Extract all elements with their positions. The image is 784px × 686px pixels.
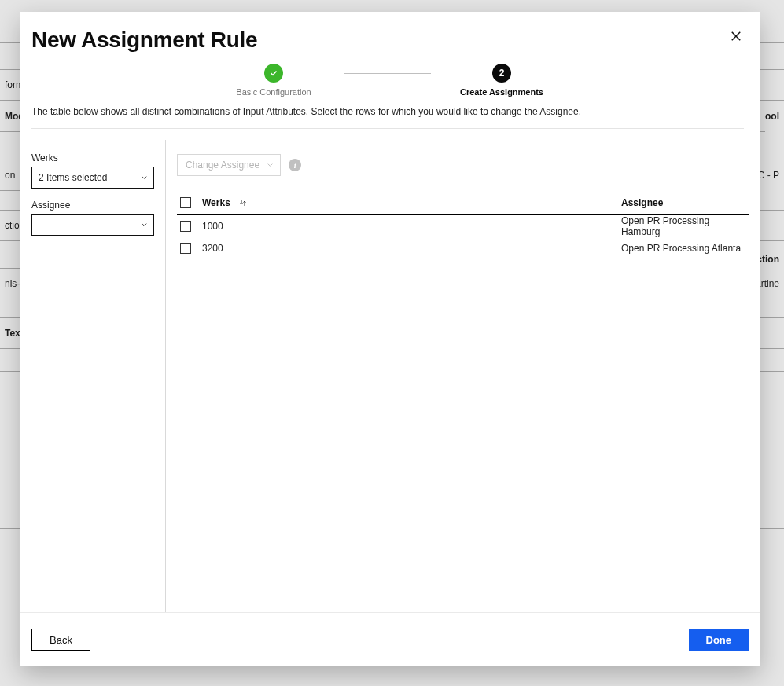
header-assignee[interactable]: Assignee	[613, 197, 749, 208]
close-icon	[729, 29, 743, 43]
table-row[interactable]: 1000 Open PR Processing Hamburg	[177, 215, 749, 237]
werks-select-value: 2 Items selected	[39, 172, 107, 183]
header-werks-label: Werks	[202, 197, 230, 208]
step-basic-configuration[interactable]: Basic Configuration	[203, 64, 344, 97]
change-assignee-button[interactable]: Change Assignee	[177, 154, 281, 176]
row-checkbox[interactable]	[180, 221, 191, 232]
table-header: Werks Assignee	[177, 192, 749, 215]
modal-new-assignment-rule: New Assignment Rule Basic Configuration …	[20, 12, 760, 666]
check-icon	[269, 68, 278, 78]
stepper: Basic Configuration 2 Create Assignments	[31, 64, 744, 97]
back-button[interactable]: Back	[31, 629, 90, 651]
modal-description: The table below shows all distinct combi…	[31, 106, 744, 129]
step-current-icon: 2	[492, 64, 511, 83]
assignments-table: Werks Assignee 1000 Open PR Processing H	[177, 192, 749, 612]
cell-assignee-value: Open PR Processing Atlanta	[621, 243, 741, 254]
main-panel: Change Assignee i Werks	[166, 140, 760, 612]
step-number: 2	[499, 68, 505, 79]
step-create-assignments[interactable]: 2 Create Assignments	[431, 64, 572, 97]
step-label: Basic Configuration	[236, 87, 311, 97]
modal-footer: Back Done	[20, 612, 760, 666]
assignee-select[interactable]	[31, 214, 154, 236]
cell-assignee: Open PR Processing Hamburg	[613, 215, 749, 237]
table-row[interactable]: 3200 Open PR Processing Atlanta	[177, 237, 749, 259]
chevron-down-icon	[266, 161, 274, 170]
cell-assignee: Open PR Processing Atlanta	[613, 243, 749, 254]
back-button-label: Back	[50, 634, 72, 646]
cell-assignee-value: Open PR Processing Hamburg	[621, 215, 709, 237]
cell-werks-value: 1000	[202, 221, 223, 232]
header-werks[interactable]: Werks	[199, 197, 613, 208]
modal-header: New Assignment Rule Basic Configuration …	[20, 12, 760, 140]
werks-label: Werks	[31, 152, 154, 163]
done-button-label: Done	[706, 634, 732, 646]
chevron-down-icon	[140, 174, 149, 182]
assignee-label: Assignee	[31, 200, 154, 211]
header-assignee-label: Assignee	[621, 197, 663, 208]
modal-title: New Assignment Rule	[31, 28, 744, 53]
step-connector	[344, 73, 431, 74]
change-assignee-label: Change Assignee	[186, 160, 259, 171]
step-label: Create Assignments	[460, 87, 543, 97]
modal-body: Werks 2 Items selected Assignee Change A…	[20, 140, 760, 612]
row-checkbox[interactable]	[180, 243, 191, 254]
done-button[interactable]: Done	[689, 629, 749, 651]
filter-sidebar: Werks 2 Items selected Assignee	[20, 140, 166, 612]
info-icon[interactable]: i	[289, 159, 301, 171]
step-done-icon	[264, 64, 283, 83]
row-checkbox-cell	[177, 221, 199, 232]
select-all-checkbox[interactable]	[180, 197, 191, 208]
row-checkbox-cell	[177, 243, 199, 254]
cell-werks-value: 3200	[202, 243, 223, 254]
cell-werks: 1000	[199, 221, 613, 232]
sort-icon	[238, 198, 248, 207]
header-checkbox-cell	[177, 197, 199, 208]
cell-werks: 3200	[199, 243, 613, 254]
main-toolbar: Change Assignee i	[177, 154, 749, 176]
chevron-down-icon	[140, 221, 149, 229]
close-button[interactable]	[727, 29, 745, 48]
werks-select[interactable]: 2 Items selected	[31, 167, 154, 189]
